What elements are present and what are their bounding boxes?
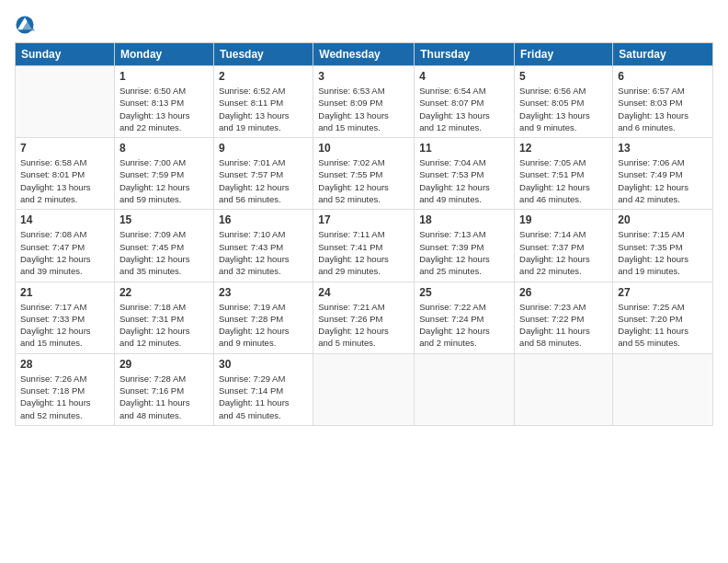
day-info: Sunrise: 7:19 AM Sunset: 7:28 PM Dayligh… bbox=[219, 301, 308, 350]
day-info: Sunrise: 6:53 AM Sunset: 8:09 PM Dayligh… bbox=[318, 85, 409, 133]
day-number: 29 bbox=[119, 358, 209, 371]
day-info: Sunrise: 7:10 AM Sunset: 7:43 PM Dayligh… bbox=[219, 228, 308, 277]
day-number: 7 bbox=[20, 142, 109, 155]
day-info: Sunrise: 7:15 AM Sunset: 7:35 PM Dayligh… bbox=[618, 228, 708, 277]
calendar-cell: 23Sunrise: 7:19 AM Sunset: 7:28 PM Dayli… bbox=[213, 282, 313, 353]
day-number: 14 bbox=[20, 213, 109, 226]
day-number: 28 bbox=[20, 358, 109, 371]
header bbox=[15, 11, 713, 35]
day-number: 17 bbox=[318, 213, 409, 226]
calendar-week-row: 28Sunrise: 7:26 AM Sunset: 7:18 PM Dayli… bbox=[16, 353, 713, 425]
logo bbox=[15, 15, 39, 35]
weekday-header-thursday: Thursday bbox=[415, 43, 515, 66]
weekday-header-monday: Monday bbox=[114, 43, 213, 66]
day-number: 18 bbox=[419, 213, 509, 226]
day-info: Sunrise: 6:52 AM Sunset: 8:11 PM Dayligh… bbox=[219, 85, 308, 133]
day-info: Sunrise: 6:57 AM Sunset: 8:03 PM Dayligh… bbox=[618, 85, 708, 133]
day-info: Sunrise: 7:11 AM Sunset: 7:41 PM Dayligh… bbox=[318, 228, 409, 277]
calendar-cell bbox=[613, 353, 713, 425]
day-info: Sunrise: 7:17 AM Sunset: 7:33 PM Dayligh… bbox=[20, 301, 109, 350]
calendar-cell: 27Sunrise: 7:25 AM Sunset: 7:20 PM Dayli… bbox=[613, 282, 713, 353]
day-number: 9 bbox=[219, 142, 308, 155]
day-number: 19 bbox=[519, 213, 608, 226]
day-info: Sunrise: 7:28 AM Sunset: 7:16 PM Dayligh… bbox=[119, 373, 209, 421]
day-info: Sunrise: 7:29 AM Sunset: 7:14 PM Dayligh… bbox=[219, 373, 308, 421]
day-info: Sunrise: 7:06 AM Sunset: 7:49 PM Dayligh… bbox=[618, 156, 708, 205]
calendar-cell: 30Sunrise: 7:29 AM Sunset: 7:14 PM Dayli… bbox=[213, 353, 313, 425]
calendar-cell: 5Sunrise: 6:56 AM Sunset: 8:05 PM Daylig… bbox=[515, 66, 613, 138]
day-info: Sunrise: 6:50 AM Sunset: 8:13 PM Dayligh… bbox=[119, 85, 209, 133]
day-number: 3 bbox=[318, 70, 409, 83]
calendar-cell: 19Sunrise: 7:14 AM Sunset: 7:37 PM Dayli… bbox=[515, 210, 613, 282]
day-number: 24 bbox=[318, 286, 409, 299]
day-number: 22 bbox=[119, 286, 209, 299]
calendar-cell: 10Sunrise: 7:02 AM Sunset: 7:55 PM Dayli… bbox=[313, 138, 415, 210]
day-number: 25 bbox=[419, 286, 509, 299]
logo-icon bbox=[15, 15, 35, 35]
calendar-week-row: 7Sunrise: 6:58 AM Sunset: 8:01 PM Daylig… bbox=[16, 138, 713, 210]
day-info: Sunrise: 7:14 AM Sunset: 7:37 PM Dayligh… bbox=[519, 228, 608, 277]
day-info: Sunrise: 7:25 AM Sunset: 7:20 PM Dayligh… bbox=[618, 301, 708, 350]
calendar-cell: 28Sunrise: 7:26 AM Sunset: 7:18 PM Dayli… bbox=[16, 353, 115, 425]
calendar-week-row: 14Sunrise: 7:08 AM Sunset: 7:47 PM Dayli… bbox=[16, 210, 713, 282]
calendar-cell: 13Sunrise: 7:06 AM Sunset: 7:49 PM Dayli… bbox=[613, 138, 713, 210]
calendar-cell: 11Sunrise: 7:04 AM Sunset: 7:53 PM Dayli… bbox=[415, 138, 515, 210]
calendar-cell: 18Sunrise: 7:13 AM Sunset: 7:39 PM Dayli… bbox=[415, 210, 515, 282]
calendar-week-row: 21Sunrise: 7:17 AM Sunset: 7:33 PM Dayli… bbox=[16, 282, 713, 353]
day-info: Sunrise: 7:23 AM Sunset: 7:22 PM Dayligh… bbox=[519, 301, 608, 350]
calendar-cell: 7Sunrise: 6:58 AM Sunset: 8:01 PM Daylig… bbox=[16, 138, 115, 210]
calendar-cell: 12Sunrise: 7:05 AM Sunset: 7:51 PM Dayli… bbox=[515, 138, 613, 210]
day-info: Sunrise: 7:05 AM Sunset: 7:51 PM Dayligh… bbox=[519, 156, 608, 205]
calendar-cell bbox=[16, 66, 115, 138]
calendar-cell: 24Sunrise: 7:21 AM Sunset: 7:26 PM Dayli… bbox=[313, 282, 415, 353]
page: SundayMondayTuesdayWednesdayThursdayFrid… bbox=[0, 0, 728, 563]
day-info: Sunrise: 7:26 AM Sunset: 7:18 PM Dayligh… bbox=[20, 373, 109, 421]
calendar-cell bbox=[313, 353, 415, 425]
calendar-cell bbox=[515, 353, 613, 425]
day-number: 15 bbox=[119, 213, 209, 226]
calendar-cell: 26Sunrise: 7:23 AM Sunset: 7:22 PM Dayli… bbox=[515, 282, 613, 353]
day-info: Sunrise: 7:04 AM Sunset: 7:53 PM Dayligh… bbox=[419, 156, 509, 205]
day-number: 10 bbox=[318, 142, 409, 155]
calendar-cell: 9Sunrise: 7:01 AM Sunset: 7:57 PM Daylig… bbox=[213, 138, 313, 210]
day-number: 6 bbox=[618, 70, 708, 83]
day-number: 26 bbox=[519, 286, 608, 299]
day-info: Sunrise: 7:21 AM Sunset: 7:26 PM Dayligh… bbox=[318, 301, 409, 350]
day-number: 20 bbox=[618, 213, 708, 226]
weekday-header-wednesday: Wednesday bbox=[313, 43, 415, 66]
day-number: 12 bbox=[519, 142, 608, 155]
calendar-cell: 8Sunrise: 7:00 AM Sunset: 7:59 PM Daylig… bbox=[114, 138, 213, 210]
day-number: 4 bbox=[419, 70, 509, 83]
day-info: Sunrise: 7:09 AM Sunset: 7:45 PM Dayligh… bbox=[119, 228, 209, 277]
calendar-week-row: 1Sunrise: 6:50 AM Sunset: 8:13 PM Daylig… bbox=[16, 66, 713, 138]
calendar-cell: 29Sunrise: 7:28 AM Sunset: 7:16 PM Dayli… bbox=[114, 353, 213, 425]
calendar-cell bbox=[415, 353, 515, 425]
day-number: 16 bbox=[219, 213, 308, 226]
day-info: Sunrise: 7:02 AM Sunset: 7:55 PM Dayligh… bbox=[318, 156, 409, 205]
day-number: 5 bbox=[519, 70, 608, 83]
calendar-cell: 15Sunrise: 7:09 AM Sunset: 7:45 PM Dayli… bbox=[114, 210, 213, 282]
weekday-header-sunday: Sunday bbox=[16, 43, 115, 66]
day-number: 13 bbox=[618, 142, 708, 155]
calendar-cell: 14Sunrise: 7:08 AM Sunset: 7:47 PM Dayli… bbox=[16, 210, 115, 282]
calendar-cell: 1Sunrise: 6:50 AM Sunset: 8:13 PM Daylig… bbox=[114, 66, 213, 138]
weekday-header-row: SundayMondayTuesdayWednesdayThursdayFrid… bbox=[16, 43, 713, 66]
day-info: Sunrise: 7:18 AM Sunset: 7:31 PM Dayligh… bbox=[119, 301, 209, 350]
calendar-cell: 4Sunrise: 6:54 AM Sunset: 8:07 PM Daylig… bbox=[415, 66, 515, 138]
day-number: 2 bbox=[219, 70, 308, 83]
calendar-cell: 3Sunrise: 6:53 AM Sunset: 8:09 PM Daylig… bbox=[313, 66, 415, 138]
day-number: 8 bbox=[119, 142, 209, 155]
day-number: 30 bbox=[219, 358, 308, 371]
calendar-cell: 6Sunrise: 6:57 AM Sunset: 8:03 PM Daylig… bbox=[613, 66, 713, 138]
calendar-cell: 17Sunrise: 7:11 AM Sunset: 7:41 PM Dayli… bbox=[313, 210, 415, 282]
day-number: 1 bbox=[119, 70, 209, 83]
day-info: Sunrise: 7:01 AM Sunset: 7:57 PM Dayligh… bbox=[219, 156, 308, 205]
day-info: Sunrise: 6:54 AM Sunset: 8:07 PM Dayligh… bbox=[419, 85, 509, 133]
calendar-cell: 21Sunrise: 7:17 AM Sunset: 7:33 PM Dayli… bbox=[16, 282, 115, 353]
calendar-cell: 2Sunrise: 6:52 AM Sunset: 8:11 PM Daylig… bbox=[213, 66, 313, 138]
day-info: Sunrise: 7:13 AM Sunset: 7:39 PM Dayligh… bbox=[419, 228, 509, 277]
day-info: Sunrise: 7:22 AM Sunset: 7:24 PM Dayligh… bbox=[419, 301, 509, 350]
day-number: 11 bbox=[419, 142, 509, 155]
calendar-cell: 20Sunrise: 7:15 AM Sunset: 7:35 PM Dayli… bbox=[613, 210, 713, 282]
day-number: 23 bbox=[219, 286, 308, 299]
